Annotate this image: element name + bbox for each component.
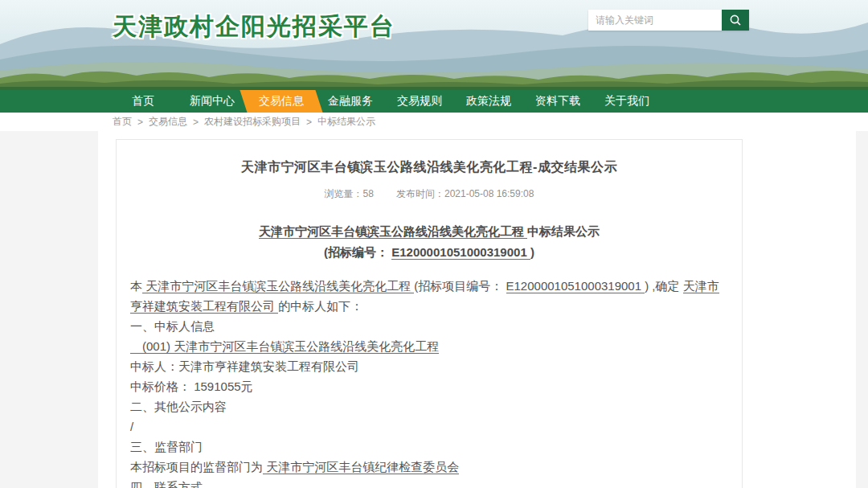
article-line: 二、其他公示内容: [130, 396, 728, 416]
text-segment: 的中标人如下：: [278, 299, 362, 313]
nav-item[interactable]: 资料下载: [523, 90, 592, 113]
breadcrumb-item[interactable]: 交易信息: [149, 115, 187, 129]
publish-time: 2021-05-08 16:59:08: [444, 188, 534, 199]
article-title: 天津市宁河区丰台镇滨玉公路线沿线美化亮化工程-成交结果公示: [130, 159, 728, 176]
text-segment: /: [130, 420, 133, 433]
nav-item[interactable]: 政策法规: [454, 90, 523, 113]
text-segment: 本: [130, 279, 142, 293]
nav-item-label: 交易规则: [397, 94, 442, 109]
text-segment: ): [530, 245, 534, 259]
publish-time-label: 发布时间：: [396, 188, 444, 199]
article-line: (招标编号： E1200001051000319001 ): [130, 242, 728, 263]
text-segment: 中标价格： 1591055元: [130, 379, 253, 393]
underlined-text: 天津市宁河区丰台镇滨玉公路线沿线美化亮化工程: [259, 224, 527, 239]
breadcrumb-item[interactable]: 农村建设招标采购项目: [204, 115, 301, 129]
nav-item-label: 交易信息: [259, 94, 304, 109]
article-line: 中标价格： 1591055元: [130, 376, 728, 396]
nav-item[interactable]: 金融服务: [316, 90, 385, 113]
views-label: 浏览量：: [325, 188, 363, 199]
text-segment: 四、联系方式: [130, 480, 203, 488]
nav-item-label: 新闻中心: [190, 94, 235, 109]
article-meta: 浏览量：58发布时间：2021-05-08 16:59:08: [130, 187, 728, 201]
nav-item-label: 关于我们: [604, 94, 649, 109]
text-segment: (招标编号：: [324, 245, 391, 259]
article-line: (001) 天津市宁河区丰台镇滨玉公路线沿线美化亮化工程: [130, 336, 728, 356]
site-title: 天津政村企阳光招采平台: [113, 10, 395, 43]
article-line: /: [130, 416, 728, 437]
article-line: 天津市宁河区丰台镇滨玉公路线沿线美化亮化工程 中标结果公示: [130, 221, 728, 242]
search-input[interactable]: [588, 10, 722, 31]
breadcrumb: 首页>交易信息>农村建设招标采购项目>中标结果公示: [0, 113, 868, 131]
breadcrumb-separator: >: [193, 117, 199, 128]
page-container: 天津市宁河区丰台镇滨玉公路线沿线美化亮化工程-成交结果公示 浏览量：58发布时间…: [98, 131, 856, 488]
announcement-card: 天津市宁河区丰台镇滨玉公路线沿线美化亮化工程-成交结果公示 浏览量：58发布时间…: [116, 139, 743, 488]
underlined-text: 天津市宁河区丰台镇纪律检查委员会: [263, 460, 459, 474]
nav-item[interactable]: 交易规则: [385, 90, 454, 113]
search-button[interactable]: [722, 10, 749, 31]
text-segment: 三、监督部门: [130, 440, 203, 453]
content-area: 天津市宁河区丰台镇滨玉公路线沿线美化亮化工程-成交结果公示 浏览量：58发布时间…: [0, 131, 868, 488]
views-count: 58: [363, 188, 374, 199]
article-line: 本招标项目的监督部门为 天津市宁河区丰台镇纪律检查委员会: [130, 457, 728, 477]
text-segment: 一、中标人信息: [130, 319, 215, 333]
text-segment: 本招标项目的监督部门为: [130, 460, 263, 474]
article-line: 中标人：天津市亨祥建筑安装工程有限公司: [130, 356, 728, 376]
main-nav: 首页 新闻中心 交易信息 金融服务 交易规则 政策法规 资料下载 关于我们: [0, 90, 868, 113]
nav-item-label: 首页: [132, 94, 154, 109]
search-icon: [729, 14, 742, 27]
article-body: 本 天津市宁河区丰台镇滨玉公路线沿线美化亮化工程 (招标项目编号： E12000…: [130, 276, 728, 488]
article-line: 三、监督部门: [130, 437, 728, 457]
text-segment: 中标人：天津市亨祥建筑安装工程有限公司: [130, 359, 359, 373]
breadcrumb-item[interactable]: 首页: [113, 115, 132, 129]
nav-item-label: 资料下载: [535, 94, 580, 109]
underlined-text: E1200001051000319001: [506, 279, 645, 293]
nav-item[interactable]: 交易信息: [247, 90, 316, 113]
article-subtitle-block: 天津市宁河区丰台镇滨玉公路线沿线美化亮化工程 中标结果公示(招标编号： E120…: [130, 221, 728, 263]
underlined-text: 天津市宁河区丰台镇滨玉公路线沿线美化亮化工程: [142, 279, 414, 293]
text-segment: ) ,确定: [645, 279, 683, 293]
nav-item-label: 政策法规: [466, 94, 511, 109]
text-segment: (招标项目编号：: [414, 279, 506, 293]
underlined-text: E1200001051000319001: [391, 245, 530, 260]
text-segment: 中标结果公示: [527, 224, 600, 238]
article-line: 一、中标人信息: [130, 316, 728, 336]
underlined-text: (001) 天津市宁河区丰台镇滨玉公路线沿线美化亮化工程: [130, 339, 439, 354]
breadcrumb-separator: >: [306, 117, 312, 128]
site-banner: 天津政村企阳光招采平台: [0, 0, 868, 90]
nav-item[interactable]: 新闻中心: [178, 90, 247, 113]
article-line: 本 天津市宁河区丰台镇滨玉公路线沿线美化亮化工程 (招标项目编号： E12000…: [130, 276, 728, 316]
article-line: 四、联系方式: [130, 477, 728, 488]
search-bar: [588, 10, 749, 31]
nav-item[interactable]: 首页: [108, 90, 178, 113]
text-segment: 二、其他公示内容: [130, 400, 227, 413]
breadcrumb-separator: >: [137, 117, 143, 128]
nav-item-label: 金融服务: [328, 94, 373, 109]
breadcrumb-item[interactable]: 中标结果公示: [317, 115, 375, 129]
nav-item[interactable]: 关于我们: [592, 90, 661, 113]
